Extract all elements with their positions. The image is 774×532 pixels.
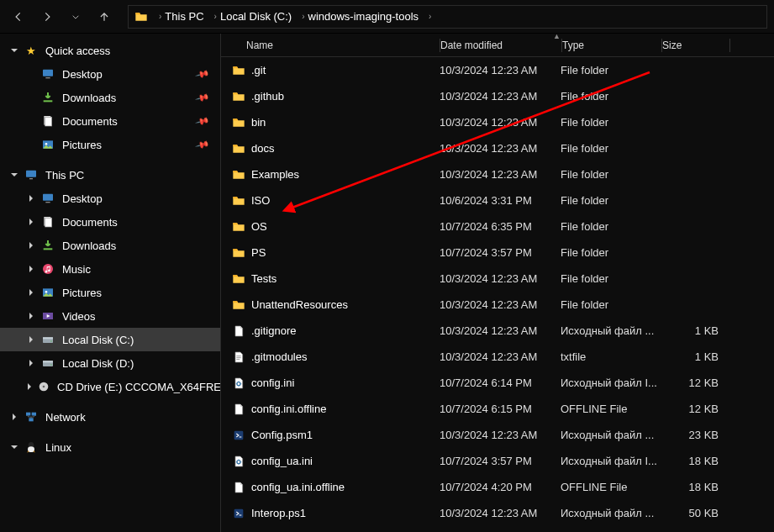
tree-quick-access[interactable]: ★ Quick access	[0, 39, 220, 62]
file-date: 10/7/2024 6:14 PM	[440, 377, 561, 389]
chevron-right-icon: ›	[213, 12, 219, 21]
pin-icon: 📌	[195, 66, 211, 82]
file-row[interactable]: config_ua.ini10/7/2024 3:57 PMИсходный ф…	[221, 448, 774, 474]
tree-label: Pictures	[62, 287, 102, 299]
tree-item-pictures[interactable]: Pictures	[0, 281, 220, 304]
tree-label: Desktop	[62, 68, 103, 81]
txt-icon	[229, 350, 248, 364]
file-row[interactable]: ISO10/6/2024 3:31 PMFile folder	[221, 187, 774, 213]
file-row[interactable]: OS10/7/2024 6:35 PMFile folder	[221, 213, 774, 240]
tree-item-local-disk-c-[interactable]: Local Disk (C:)	[0, 328, 220, 351]
file-icon	[229, 481, 248, 494]
file-row[interactable]: config.ini.offline10/7/2024 6:15 PMOFFLI…	[221, 396, 774, 422]
file-date: 10/3/2024 12:23 AM	[440, 64, 561, 76]
file-row[interactable]: Interop.ps110/3/2024 12:23 AMИсходный фа…	[221, 500, 774, 526]
tree-item-music[interactable]: Music	[0, 257, 220, 281]
file-type: File folder	[561, 194, 660, 207]
svg-rect-7	[26, 171, 36, 177]
chevron-right-icon: ›	[157, 12, 163, 21]
breadcrumb-tail[interactable]: ›	[424, 12, 436, 21]
chevron-right-icon	[25, 357, 37, 369]
column-size-header[interactable]: Size	[662, 40, 729, 51]
tree-item-documents[interactable]: Documents	[0, 210, 220, 234]
file-size: 12 KB	[660, 377, 719, 389]
tree-item-local-disk-d-[interactable]: Local Disk (D:)	[0, 351, 220, 375]
navigation-tree[interactable]: ★ Quick access Desktop📌Downloads📌Documen…	[0, 34, 221, 532]
file-row[interactable]: .github10/3/2024 12:23 AMFile folder	[221, 83, 774, 109]
file-type: Исходный файл ...	[561, 429, 660, 441]
tree-item-videos[interactable]: Videos	[0, 304, 220, 328]
tree-network[interactable]: Network	[0, 405, 220, 429]
file-name: ISO	[248, 194, 440, 207]
tree-label: CD Drive (E:) CCCOMA_X64FRE_EN-G	[57, 381, 221, 393]
ini-icon	[229, 455, 248, 468]
svg-point-6	[45, 143, 48, 145]
svg-point-23	[50, 364, 51, 365]
file-date: 10/7/2024 3:57 PM	[440, 246, 561, 259]
back-button[interactable]	[7, 5, 30, 29]
tree-item-desktop[interactable]: Desktop	[0, 187, 220, 210]
file-date: 10/3/2024 12:23 AM	[440, 272, 561, 285]
chevron-right-icon: ›	[300, 12, 306, 21]
tree-linux[interactable]: Linux	[0, 435, 220, 459]
file-row[interactable]: .git10/3/2024 12:23 AMFile folder	[221, 57, 774, 83]
tree-this-pc[interactable]: This PC	[0, 163, 220, 187]
folder-icon	[229, 116, 248, 129]
pictures-icon	[40, 286, 55, 299]
file-size: 23 KB	[660, 429, 719, 441]
address-bar[interactable]: ›This PC ›Local Disk (C:) ›windows-imagi…	[128, 5, 767, 29]
breadcrumb-segment[interactable]: ›Local Disk (C:)	[209, 10, 296, 23]
file-name: config.ini	[248, 377, 440, 389]
folder-icon	[229, 220, 248, 234]
chevron-right-icon	[25, 310, 37, 322]
file-row[interactable]: .gitmodules10/3/2024 12:23 AMtxtfile1 KB	[221, 344, 774, 370]
file-name: Tests	[248, 272, 440, 285]
forward-button[interactable]	[35, 5, 59, 29]
tree-item-quick-documents[interactable]: Documents📌	[0, 109, 220, 133]
file-row[interactable]: Examples10/3/2024 12:23 AMFile folder	[221, 161, 774, 187]
svg-rect-2	[44, 100, 53, 102]
pictures-icon	[40, 138, 55, 151]
svg-rect-22	[43, 361, 53, 362]
file-row[interactable]: Tests10/3/2024 12:23 AMFile folder	[221, 266, 774, 292]
file-row[interactable]: config_ua.ini.offline10/7/2024 4:20 PMOF…	[221, 474, 774, 500]
tree-item-downloads[interactable]: Downloads	[0, 234, 220, 257]
chevron-right-icon: ›	[427, 12, 433, 21]
pin-icon: 📌	[195, 90, 211, 105]
up-button[interactable]	[92, 5, 116, 29]
file-row[interactable]: config.ini10/7/2024 6:14 PMИсходный файл…	[221, 370, 774, 396]
tree-label: Downloads	[62, 240, 116, 252]
tree-label: Quick access	[45, 45, 110, 57]
tree-item-quick-pictures[interactable]: Pictures📌	[0, 133, 220, 156]
tree-item-quick-downloads[interactable]: Downloads📌	[0, 86, 220, 109]
file-date: 10/3/2024 12:23 AM	[440, 116, 561, 129]
disk-icon	[40, 333, 55, 346]
tree-item-quick-desktop[interactable]: Desktop📌	[0, 62, 220, 86]
tree-label: Local Disk (D:)	[62, 357, 134, 370]
recent-locations-button[interactable]	[64, 5, 87, 29]
file-row[interactable]: Config.psm110/3/2024 12:23 AMИсходный фа…	[221, 422, 774, 448]
folder-icon	[229, 272, 248, 286]
column-name-header[interactable]: Name	[221, 40, 440, 51]
file-type: Исходный файл I...	[561, 377, 660, 389]
svg-rect-27	[32, 413, 36, 416]
tree-label: Music	[62, 263, 91, 276]
svg-point-14	[43, 264, 53, 274]
column-type-header[interactable]: Type	[562, 40, 661, 51]
file-row[interactable]: .gitignore10/3/2024 12:23 AMИсходный фай…	[221, 318, 774, 344]
breadcrumb-segment[interactable]: ›windows-imaging-tools	[297, 10, 422, 23]
downloads-icon	[40, 91, 55, 104]
tree-item-cd-drive-e-cccoma-x64fre-en-g[interactable]: CD Drive (E:) CCCOMA_X64FRE_EN-G	[0, 375, 220, 398]
file-row[interactable]: PS10/7/2024 3:57 PMFile folder	[221, 240, 774, 266]
file-row[interactable]: UnattendResources10/3/2024 12:23 AMFile …	[221, 292, 774, 318]
file-row[interactable]: bin10/3/2024 12:23 AMFile folder	[221, 109, 774, 135]
breadcrumb-label: This PC	[165, 10, 203, 23]
chevron-down-icon	[8, 169, 20, 181]
column-date-header[interactable]: Date modified	[440, 40, 561, 51]
svg-point-16	[45, 291, 48, 293]
disk-icon	[40, 356, 55, 370]
file-name: .git	[248, 64, 440, 76]
breadcrumb-segment[interactable]: ›This PC	[154, 10, 208, 23]
folder-icon	[229, 90, 248, 103]
file-row[interactable]: docs10/3/2024 12:23 AMFile folder	[221, 135, 774, 161]
